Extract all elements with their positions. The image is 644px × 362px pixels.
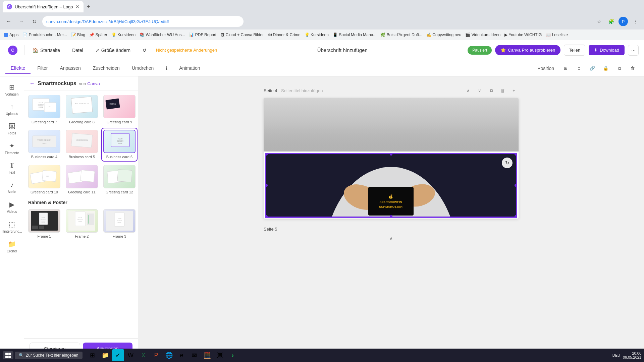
- tab-effekte[interactable]: Effekte: [5, 63, 31, 74]
- page-add-button[interactable]: +: [509, 86, 519, 95]
- tab-anpassen[interactable]: Anpassen: [54, 63, 86, 74]
- sidebar-item-uploads[interactable]: ↑ Uploads: [1, 100, 23, 118]
- sidebar-item-ordner[interactable]: 📁 Ordner: [1, 237, 23, 256]
- lock-icon[interactable]: 🔒: [600, 62, 612, 74]
- canva-logo[interactable]: C: [5, 44, 20, 56]
- pausiert-button[interactable]: Pausiert: [468, 46, 492, 55]
- taskbar-spotify[interactable]: ♪: [227, 349, 239, 361]
- sidebar-item-elemente[interactable]: ✦ Elemente: [1, 139, 23, 158]
- taskbar-todo[interactable]: ✓: [112, 349, 124, 361]
- menu-button[interactable]: ⋮: [631, 17, 640, 26]
- mockup-item-greeting10[interactable]: card Greeting card 10: [27, 164, 62, 196]
- source-link[interactable]: Canva: [87, 81, 100, 86]
- download-button[interactable]: ⬇ Download: [589, 45, 625, 55]
- position-button[interactable]: Position: [533, 64, 558, 73]
- sidebar-item-videos[interactable]: ▶ Videos: [1, 198, 23, 216]
- taskbar-excel[interactable]: X: [138, 349, 150, 361]
- taskbar-calc[interactable]: 🧮: [201, 349, 213, 361]
- bookmark-blog[interactable]: 📝 Blog: [71, 33, 85, 37]
- bookmark-dinner[interactable]: 🍽 Dinner & Crime: [268, 33, 300, 37]
- page-collapse-button[interactable]: ∧: [464, 86, 473, 95]
- info-button[interactable]: ℹ: [160, 62, 172, 74]
- reload-button[interactable]: ↻: [30, 17, 39, 26]
- page-delete-button[interactable]: 🗑: [498, 86, 507, 95]
- sidebar-item-audio[interactable]: ♪ Audio: [1, 178, 23, 196]
- extensions-button[interactable]: 🧩: [606, 17, 616, 26]
- bookmark-leseliste[interactable]: 📖 Leseliste: [546, 33, 568, 37]
- bookmark-button[interactable]: ☆: [594, 17, 604, 26]
- home-button[interactable]: 🏠 Startseite: [29, 46, 64, 55]
- profile-button[interactable]: P: [619, 17, 628, 26]
- bookmark-bois[interactable]: 🌿 Bois d'Argent Duft...: [380, 33, 422, 37]
- mockup-item-greeting8[interactable]: YOUR DESIGN Greeting card 8: [64, 94, 99, 126]
- mockup-item-business5[interactable]: YOUR DESIGN Business card 5: [64, 128, 99, 161]
- bookmark-videokurs[interactable]: 🎬 Videokurs Ideen: [465, 33, 500, 37]
- sidebar-item-hintergrund[interactable]: ⬚ Hintergrund...: [1, 218, 23, 236]
- bookmark-pdf[interactable]: 📊 PDF Report: [189, 33, 216, 37]
- bookmark-produktsuche[interactable]: 📄 Produktsuche - Mer...: [22, 33, 67, 37]
- bookmark-wahlfaecher[interactable]: 📚 Wahlfächer WU Aus...: [140, 33, 185, 37]
- align-icon[interactable]: ⊞: [559, 62, 572, 74]
- start-button[interactable]: [3, 351, 13, 359]
- more-options-button[interactable]: ⋯: [628, 45, 639, 56]
- bookmark-kursideen2[interactable]: 💡 Kursideen: [305, 33, 329, 37]
- taskbar-chrome[interactable]: 🌐: [163, 349, 175, 361]
- canvas-area[interactable]: Seite 4 Seitentitel hinzufügen ∧ ∨ ⧉ 🗑 +: [138, 76, 644, 359]
- taskbar-edge[interactable]: e: [176, 349, 188, 361]
- taskbar-search[interactable]: 🔍 Zur Suche Text hier eingeben: [15, 352, 83, 359]
- forward-button[interactable]: →: [17, 17, 26, 26]
- mockup-item-greeting12[interactable]: Greeting card 12: [102, 164, 137, 196]
- trash-icon[interactable]: 🗑: [627, 62, 639, 74]
- mockup-item-business6[interactable]: YOUR DESIGN HERE Business card 6: [102, 128, 137, 161]
- taskbar-word[interactable]: W: [125, 349, 137, 361]
- mockup-item-frame2[interactable]: YOUR DESIGN HERE Frame 2: [64, 208, 99, 240]
- bookmark-kursideen1[interactable]: 💡 Kursideen: [111, 33, 136, 37]
- bookmark-copywriting[interactable]: ✍ Copywriting neu: [426, 33, 461, 37]
- sidebar-item-fotos[interactable]: 🖼 Fotos: [1, 120, 23, 138]
- page-4-subtitle[interactable]: Seitentitel hinzufügen: [281, 88, 323, 93]
- page-4-canvas[interactable]: 💰 SPARSCHWEIN SCHMAROTZER: [264, 98, 519, 219]
- taskbar-photos[interactable]: 🖼: [214, 349, 226, 361]
- tab-filter[interactable]: Filter: [32, 63, 53, 74]
- url-bar[interactable]: canva.com/design/DAEdomzscjl/drBfjHdCojl…: [42, 16, 244, 27]
- bookmark-youtube[interactable]: ▶ Youtube WICHTIG: [504, 33, 542, 37]
- taskbar-windows[interactable]: ⊞: [87, 349, 99, 361]
- grid-icon[interactable]: ::: [573, 62, 585, 74]
- canva-pro-button[interactable]: ⭐ Canva Pro ausprobieren: [495, 45, 560, 55]
- new-tab-button[interactable]: +: [84, 2, 93, 11]
- taskbar-fileexplorer[interactable]: 📁: [99, 349, 111, 361]
- browser-tab[interactable]: C Überschrift hinzufügen – Logo ✕: [3, 1, 84, 12]
- tab-close-button[interactable]: ✕: [75, 4, 79, 9]
- tab-umdrehen[interactable]: Umdrehen: [126, 63, 159, 74]
- share-button[interactable]: Teilen: [564, 45, 585, 56]
- sidebar-item-text[interactable]: T Text: [1, 159, 23, 177]
- copy-icon[interactable]: ⧉: [613, 62, 625, 74]
- tab-zuschneiden[interactable]: Zuschneiden: [88, 63, 125, 74]
- image-refresh-button[interactable]: ↻: [502, 158, 513, 168]
- mockup-item-greeting9[interactable]: DESIGN Greeting card 9: [102, 94, 137, 126]
- mockup-item-business4[interactable]: YOUR DESIGN HERE Business card 4: [27, 128, 62, 161]
- bookmark-social[interactable]: 📱 Social Media Mana...: [333, 33, 376, 37]
- link-icon[interactable]: 🔗: [586, 62, 598, 74]
- sidebar-item-vorlagen[interactable]: ⊞ Vorlagen: [1, 80, 23, 99]
- mockup-item-greeting11[interactable]: Greeting card 11: [64, 164, 99, 196]
- file-button[interactable]: Datei: [68, 46, 87, 55]
- document-title[interactable]: Überschrift hinzufügen: [221, 47, 464, 53]
- taskbar-mail[interactable]: ✉: [189, 349, 201, 361]
- mockup-item-frame3[interactable]: YOUR DESIGN HERE Frame 3: [102, 208, 137, 240]
- undo-button[interactable]: ↺: [139, 46, 151, 55]
- back-button[interactable]: ←: [4, 17, 13, 26]
- bookmark-cload[interactable]: 🖼 Cload + Canva Bilder: [220, 33, 264, 37]
- mockup-item-greeting7[interactable]: YOUR DESIGN HERE card Greeting card 7: [27, 94, 62, 126]
- page-expand-button[interactable]: ∨: [475, 86, 484, 95]
- bookmark-spaeter[interactable]: 📌 Später: [89, 33, 107, 37]
- tab-animation[interactable]: Animation: [174, 63, 205, 74]
- canvas-main-image[interactable]: 💰 SPARSCHWEIN SCHMAROTZER: [266, 154, 517, 217]
- panel-back-button[interactable]: ←: [30, 80, 35, 86]
- mockup-item-frame1[interactable]: YOUR DESIGN HERE Frame 1: [27, 208, 62, 240]
- bookmark-apps[interactable]: Apps: [4, 33, 18, 37]
- page-duplicate-button[interactable]: ⧉: [486, 86, 496, 95]
- resize-button[interactable]: ⤢ Größe ändern: [91, 46, 135, 55]
- collapse-button[interactable]: ∧: [264, 234, 519, 242]
- taskbar-powerpoint[interactable]: P: [150, 349, 162, 361]
